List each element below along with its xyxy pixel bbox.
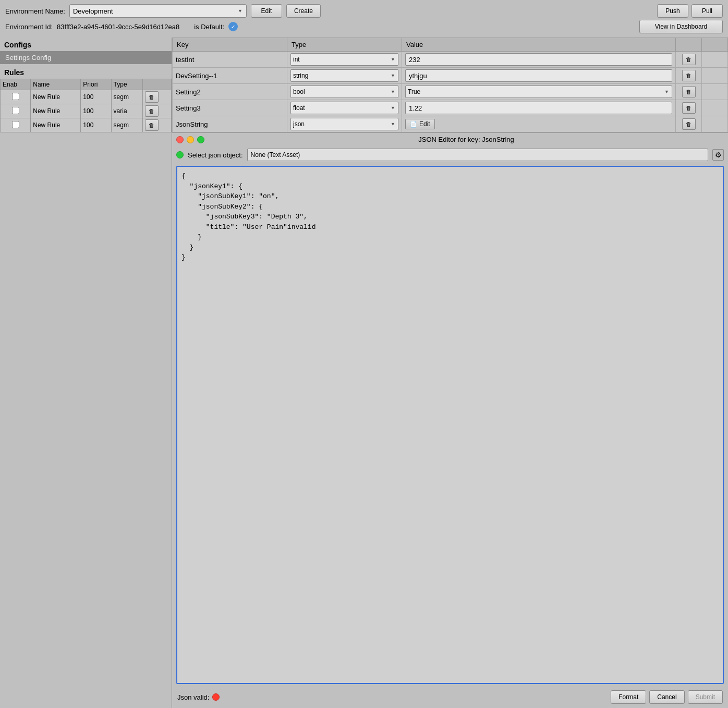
config-value-jsonstring: 📄 Edit — [402, 116, 676, 132]
config-value-testint — [402, 52, 676, 68]
delete-btn-setting2[interactable]: 🗑 — [682, 86, 696, 97]
right-panel: Key Type Value testInt — [172, 38, 728, 708]
config-key-jsonstring: JsonString — [173, 116, 287, 132]
traffic-light-red — [176, 136, 184, 143]
rule-checkbox-1[interactable] — [12, 93, 19, 100]
delete-btn-setting3[interactable]: 🗑 — [682, 102, 696, 114]
type-select-wrapper-5: json — [290, 118, 398, 130]
top-right-buttons: Push Pull — [657, 4, 723, 18]
config-extra-setting3 — [702, 100, 728, 116]
header-top-row: Environment Name: Development Edit Creat… — [0, 0, 728, 18]
value-input-testint[interactable] — [405, 53, 672, 66]
json-textarea-wrapper: { "jsonKey1": { "jsonSubKey1": "on", "js… — [172, 164, 728, 686]
pull-button[interactable]: Pull — [691, 4, 723, 18]
bool-select-setting2[interactable]: True False — [405, 86, 672, 98]
json-editor-panel: JSON Editor for key: JsonString Select j… — [172, 133, 728, 708]
config-extra-devsetting — [702, 68, 728, 84]
rule-delete-btn-1[interactable]: 🗑 — [145, 91, 159, 103]
json-textarea[interactable]: { "jsonKey1": { "jsonSubKey1": "on", "js… — [176, 166, 724, 684]
bottom-buttons: Format Cancel Submit — [611, 690, 723, 704]
rule-priority-cell: 100 — [81, 90, 111, 104]
bool-select-wrapper: True False — [405, 86, 672, 98]
table-row: New Rule 100 varia 🗑 — [1, 104, 172, 118]
value-input-devsetting[interactable] — [405, 69, 672, 82]
config-row-jsonstring: JsonString json 📄 — [173, 116, 728, 132]
dashboard-btn-wrapper: View in Dashboard — [639, 20, 723, 33]
type-select-setting2[interactable]: bool — [290, 86, 398, 98]
config-type-devsetting: string — [287, 68, 402, 84]
col-action1 — [676, 38, 702, 52]
config-value-devsetting — [402, 68, 676, 84]
type-select-jsonstring[interactable]: json — [290, 118, 398, 130]
json-edit-button[interactable]: 📄 Edit — [405, 119, 435, 129]
traffic-light-yellow — [187, 136, 194, 143]
delete-btn-jsonstring[interactable]: 🗑 — [682, 118, 696, 130]
edit-button[interactable]: Edit — [251, 4, 282, 18]
rule-name-cell: New Rule — [31, 104, 81, 118]
type-select-devsetting[interactable]: string — [290, 69, 398, 82]
col-action2 — [702, 38, 728, 52]
config-delete-testint: 🗑 — [676, 52, 702, 68]
settings-config-item[interactable]: Settings Config — [0, 51, 172, 64]
rule-enabled-cell — [1, 90, 31, 104]
config-type-testint: int — [287, 52, 402, 68]
push-button[interactable]: Push — [657, 4, 688, 18]
dashboard-button[interactable]: View in Dashboard — [639, 20, 723, 33]
json-valid-label: Json valid: — [177, 693, 209, 701]
main-content: Configs Settings Config Rules Enab Name … — [0, 38, 728, 708]
rules-col-name: Name — [31, 79, 81, 90]
type-select-testint[interactable]: int — [290, 53, 398, 66]
json-asset-input[interactable] — [247, 149, 708, 161]
rule-priority-cell: 100 — [81, 104, 111, 118]
config-extra-jsonstring — [702, 116, 728, 132]
config-key-setting3: Setting3 — [173, 100, 287, 116]
env-name-wrapper: Development — [69, 4, 247, 18]
doc-icon: 📄 — [410, 121, 417, 128]
rule-delete-btn-2[interactable]: 🗑 — [145, 105, 159, 117]
submit-button[interactable]: Submit — [688, 690, 723, 704]
json-editor-titlebar: JSON Editor for key: JsonString — [172, 133, 728, 146]
config-row-testint: testInt int — [173, 52, 728, 68]
json-status-dot — [176, 151, 184, 158]
config-type-setting2: bool — [287, 84, 402, 100]
rule-name-cell: New Rule — [31, 90, 81, 104]
rules-col-enabled: Enab — [1, 79, 31, 90]
config-extra-setting2 — [702, 84, 728, 100]
configs-section-title: Configs — [0, 38, 172, 51]
rules-col-priority: Priori — [81, 79, 111, 90]
type-select-wrapper-4: float — [290, 102, 398, 114]
create-button[interactable]: Create — [286, 4, 321, 18]
json-settings-button[interactable]: ⚙ — [712, 149, 724, 161]
delete-btn-devsetting[interactable]: 🗑 — [682, 70, 696, 81]
config-key-devsetting: DevSetting--1 — [173, 68, 287, 84]
json-edit-label: Edit — [419, 120, 430, 128]
type-select-setting3[interactable]: float — [290, 102, 398, 114]
rule-priority-cell: 100 — [81, 118, 111, 132]
col-type: Type — [287, 38, 402, 52]
config-row-setting2: Setting2 bool — [173, 84, 728, 100]
rule-enabled-cell — [1, 104, 31, 118]
json-invalid-indicator — [212, 693, 220, 701]
format-button[interactable]: Format — [611, 690, 646, 704]
delete-btn-testint[interactable]: 🗑 — [682, 54, 696, 65]
env-name-select[interactable]: Development — [69, 4, 247, 18]
config-extra-testint — [702, 52, 728, 68]
type-select-wrapper-3: bool — [290, 86, 398, 98]
rule-type-cell: segm — [111, 90, 142, 104]
json-select-row: Select json object: ⚙ — [172, 146, 728, 164]
config-key-testint: testInt — [173, 52, 287, 68]
rule-checkbox-2[interactable] — [12, 107, 19, 114]
rules-table: Enab Name Priori Type New Rule 100 segm … — [0, 79, 172, 132]
env-id-value: 83fff3e2-a945-4601-9ccc-5e9d16d12ea8 — [57, 23, 179, 31]
table-row: New Rule 100 segm 🗑 — [1, 118, 172, 132]
cancel-button[interactable]: Cancel — [649, 690, 684, 704]
config-delete-jsonstring: 🗑 — [676, 116, 702, 132]
value-input-setting3[interactable] — [405, 102, 672, 114]
rule-delete-btn-3[interactable]: 🗑 — [145, 119, 159, 131]
rules-section-title: Rules — [0, 64, 172, 79]
rule-checkbox-3[interactable] — [12, 121, 19, 128]
traffic-lights — [176, 136, 204, 143]
rule-delete-cell: 🗑 — [142, 90, 171, 104]
config-delete-setting2: 🗑 — [676, 84, 702, 100]
rule-type-cell: varia — [111, 104, 142, 118]
